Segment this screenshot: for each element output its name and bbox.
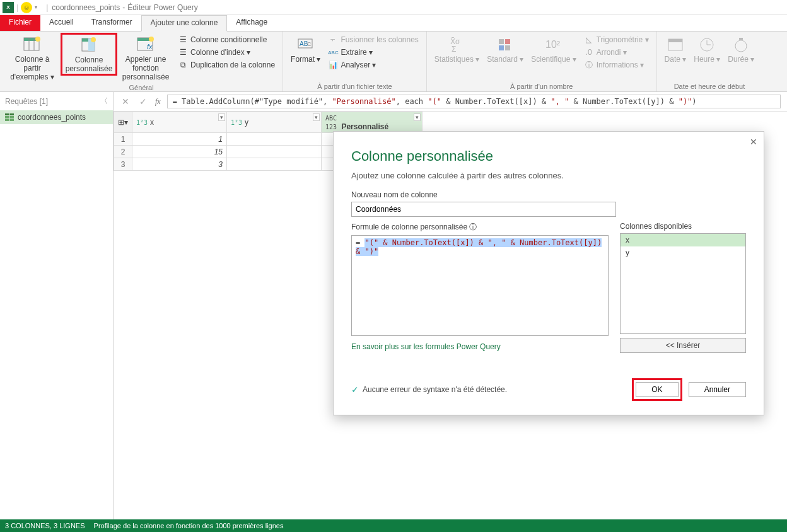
tab-view[interactable]: Affichage bbox=[227, 15, 276, 31]
qat-dropdown-icon[interactable]: ▾ bbox=[35, 4, 42, 10]
formula-input[interactable]: = Table.AddColumn(#"Type modifié", "Pers… bbox=[167, 95, 781, 108]
duration-label: Durée ▾ bbox=[728, 55, 754, 64]
round-icon: .0 bbox=[584, 47, 594, 57]
column-name-label: Nouveau nom de colonne bbox=[351, 190, 746, 199]
conditional-label: Colonne conditionnelle bbox=[190, 35, 267, 44]
round-button[interactable]: .0 Arrondi ▾ bbox=[583, 47, 650, 58]
standard-button[interactable]: Standard ▾ bbox=[483, 33, 527, 66]
stats-button[interactable]: X̄σΣ Statistiques ▾ bbox=[431, 33, 483, 66]
col-header-custom[interactable]: ABC123 Personnalisé▾ bbox=[322, 112, 423, 133]
dropdown-icon[interactable]: ▾ bbox=[218, 113, 225, 121]
ribbon-group-text: ABC Format ▾ ⫟ Fusionner les colonnes AB… bbox=[283, 32, 427, 91]
accept-formula-icon[interactable]: ✓ bbox=[137, 96, 149, 107]
insert-button[interactable]: << Insérer bbox=[620, 338, 746, 353]
formula-str2: "(" bbox=[428, 97, 441, 106]
svg-text:10²: 10² bbox=[545, 39, 561, 50]
duration-button[interactable]: Durée ▾ bbox=[724, 33, 758, 66]
stats-icon: X̄σΣ bbox=[447, 34, 467, 54]
formula-bar: ✕ ✓ fx = Table.AddColumn(#"Type modifié"… bbox=[114, 92, 787, 112]
column-from-examples-button[interactable]: Colonne à partir d'exemples ▾ bbox=[4, 33, 61, 83]
table-examples-icon bbox=[22, 34, 42, 54]
status-bar: 3 COLONNES, 3 LIGNES Profilage de la col… bbox=[0, 519, 787, 532]
learn-more-link[interactable]: En savoir plus sur les formules Power Qu… bbox=[351, 342, 609, 351]
trig-label: Trigonométrie ▾ bbox=[597, 35, 649, 44]
column-name-input[interactable] bbox=[351, 202, 616, 217]
type-int-icon: 1²3 bbox=[231, 119, 242, 126]
collapse-icon[interactable]: 〈 bbox=[100, 96, 108, 107]
index-column-button[interactable]: ☰ Colonne d'index ▾ bbox=[177, 47, 276, 58]
grid-corner[interactable]: ⊞▾ bbox=[114, 112, 132, 133]
formula-body: "(" & Number.ToText([x]) & ", " & Number… bbox=[356, 238, 602, 256]
ok-button[interactable]: OK bbox=[636, 382, 678, 397]
dropdown-icon[interactable]: ▾ bbox=[414, 113, 421, 121]
svg-point-8 bbox=[91, 37, 96, 42]
ribbon-group-general: Colonne à partir d'exemples ▾ Colonne pe… bbox=[0, 32, 283, 91]
cancel-formula-icon[interactable]: ✕ bbox=[120, 96, 131, 107]
queries-heading: Requêtes [1] bbox=[5, 97, 48, 106]
conditional-icon: ☰ bbox=[178, 35, 188, 45]
group-general-label: Général bbox=[129, 83, 153, 93]
tab-home[interactable]: Accueil bbox=[40, 15, 83, 31]
list-item[interactable]: x bbox=[621, 234, 745, 246]
col-header-y[interactable]: 1²3y▾ bbox=[227, 112, 322, 133]
close-icon[interactable]: ✕ bbox=[750, 137, 757, 147]
scientific-button[interactable]: 10² Scientifique ▾ bbox=[527, 33, 580, 66]
time-button[interactable]: Heure ▾ bbox=[690, 33, 724, 66]
type-int-icon: 1²3 bbox=[136, 119, 148, 126]
invoke-function-button[interactable]: fx Appeler une fonction personnalisée bbox=[117, 33, 174, 83]
qat-sep: | bbox=[16, 3, 18, 12]
formula-suffix: ) bbox=[692, 97, 696, 106]
trig-button[interactable]: ◺ Trigonométrie ▾ bbox=[583, 34, 650, 45]
info-button[interactable]: ⓘ Informations ▾ bbox=[583, 59, 650, 71]
svg-point-28 bbox=[735, 40, 747, 52]
svg-rect-19 bbox=[505, 39, 510, 44]
cell-y bbox=[227, 158, 322, 171]
svg-rect-21 bbox=[505, 45, 510, 50]
col-header-x[interactable]: 1²3x▾ bbox=[132, 112, 227, 133]
standard-label: Standard ▾ bbox=[487, 55, 523, 64]
format-icon: ABC bbox=[296, 34, 316, 54]
fx-icon[interactable]: fx bbox=[155, 97, 161, 107]
conditional-column-button[interactable]: ☰ Colonne conditionnelle bbox=[177, 34, 276, 45]
duplicate-column-button[interactable]: ⧉ Duplication de la colonne bbox=[177, 59, 276, 71]
calendar-icon bbox=[665, 34, 685, 54]
queries-panel: Requêtes [1] 〈 coordonnees_points bbox=[0, 92, 114, 519]
svg-text:Σ: Σ bbox=[452, 45, 456, 53]
list-item[interactable]: y bbox=[621, 246, 745, 259]
analyze-button[interactable]: 📊 Analyser ▾ bbox=[327, 59, 419, 71]
tab-add-column[interactable]: Ajouter une colonne bbox=[141, 15, 228, 32]
clock-icon bbox=[697, 34, 717, 54]
extract-button[interactable]: ABC Extraire ▾ bbox=[327, 47, 419, 58]
formula-p2: & Number.ToText([y]) & bbox=[569, 97, 678, 106]
ribbon-group-datetime: Date ▾ Heure ▾ Durée ▾ Date et heure de … bbox=[657, 32, 762, 91]
custom-column-button[interactable]: Colonne personnalisée bbox=[61, 33, 117, 76]
tab-transform[interactable]: Transformer bbox=[83, 15, 141, 31]
format-button[interactable]: ABC Format ▾ bbox=[287, 33, 324, 66]
date-button[interactable]: Date ▾ bbox=[661, 33, 691, 66]
status-profiling: Profilage de la colonne en fonction des … bbox=[94, 522, 284, 529]
table-icon bbox=[5, 113, 14, 121]
extract-label: Extraire ▾ bbox=[341, 48, 373, 57]
check-icon: ✓ bbox=[351, 385, 359, 395]
custom-column-label: Colonne personnalisée bbox=[65, 56, 113, 74]
stats-label: Statistiques ▾ bbox=[434, 55, 479, 64]
tab-file[interactable]: Fichier bbox=[0, 15, 40, 31]
formula-label: Formule de colonne personnalisée ⓘ bbox=[351, 222, 609, 233]
status-columns: 3 COLONNES, 3 LIGNES bbox=[5, 522, 85, 529]
index-label: Colonne d'index ▾ bbox=[190, 48, 250, 57]
query-item-coordonnees[interactable]: coordonnees_points bbox=[0, 110, 113, 124]
smiley-icon[interactable]: ☺ bbox=[21, 2, 32, 13]
stopwatch-icon bbox=[731, 34, 751, 54]
format-label: Format ▾ bbox=[291, 55, 320, 64]
dropdown-icon[interactable]: ▾ bbox=[313, 113, 320, 121]
cancel-button[interactable]: Annuler bbox=[689, 382, 746, 397]
available-columns-list[interactable]: x y bbox=[620, 233, 746, 334]
date-label: Date ▾ bbox=[665, 55, 687, 64]
ok-highlight: OK bbox=[632, 378, 682, 401]
query-item-label: coordonnees_points bbox=[18, 113, 86, 122]
formula-textarea[interactable]: = "(" & Number.ToText([x]) & ", " & Numb… bbox=[351, 235, 609, 336]
excel-icon: X bbox=[3, 2, 14, 13]
cell-x: 15 bbox=[132, 146, 227, 158]
duplicate-icon: ⧉ bbox=[178, 60, 188, 70]
merge-columns-button[interactable]: ⫟ Fusionner les colonnes bbox=[327, 34, 419, 45]
